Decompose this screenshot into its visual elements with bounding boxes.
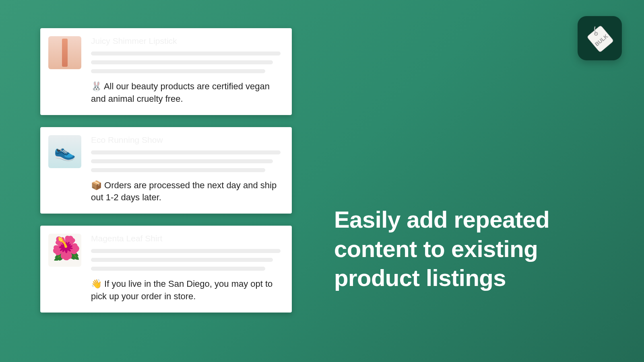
- product-thumbnail: [48, 135, 81, 168]
- skeleton-line: [91, 159, 273, 163]
- skeleton-line: [91, 258, 273, 262]
- skeleton-line: [91, 150, 281, 154]
- product-title: Magenta Leaf Shirt: [91, 234, 281, 243]
- product-card-body: Magenta Leaf Shirt 👋 If you live in the …: [91, 234, 281, 303]
- skeleton-line: [91, 51, 281, 56]
- skeleton-line: [91, 69, 265, 73]
- marketing-headline: Easily add repeated content to existing …: [334, 205, 612, 293]
- product-thumbnail: [48, 36, 81, 69]
- skeleton-line: [91, 60, 273, 64]
- bulk-tag-icon: BULK: [585, 23, 615, 53]
- app-icon: BULK: [578, 16, 622, 60]
- product-card: Magenta Leaf Shirt 👋 If you live in the …: [40, 226, 292, 313]
- product-note: 🐰 All our beauty products are certified …: [91, 80, 281, 105]
- product-card: Juicy Shimmer Lipstick 🐰 All our beauty …: [40, 28, 292, 115]
- product-title: Juicy Shimmer Lipstick: [91, 36, 281, 46]
- product-note: 👋 If you live in the San Diego, you may …: [91, 278, 281, 303]
- product-card-body: Eco Running Show 📦 Orders are processed …: [91, 135, 281, 204]
- product-title: Eco Running Show: [91, 135, 281, 145]
- skeleton-line: [91, 267, 265, 271]
- skeleton-line: [91, 168, 265, 172]
- product-thumbnail: [48, 234, 81, 267]
- product-cards-list: Juicy Shimmer Lipstick 🐰 All our beauty …: [40, 28, 292, 325]
- product-note: 📦 Orders are processed the next day and …: [91, 179, 281, 204]
- product-card-body: Juicy Shimmer Lipstick 🐰 All our beauty …: [91, 36, 281, 105]
- product-card: Eco Running Show 📦 Orders are processed …: [40, 127, 292, 214]
- skeleton-line: [91, 249, 281, 253]
